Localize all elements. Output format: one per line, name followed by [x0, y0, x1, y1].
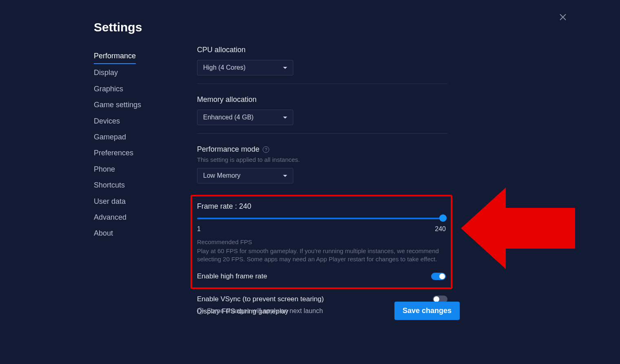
- close-button[interactable]: [558, 12, 568, 22]
- sidebar-item-phone[interactable]: Phone: [94, 161, 167, 177]
- enable-high-frame-rate-label: Enable high frame rate: [197, 272, 267, 280]
- recommended-fps-title: Recommended FPS: [197, 238, 446, 245]
- sidebar-item-gamepad[interactable]: Gamepad: [94, 129, 167, 145]
- sidebar-item-performance[interactable]: Performance: [94, 48, 136, 64]
- help-icon[interactable]: ?: [263, 146, 269, 153]
- frame-rate-label: Frame rate : 240: [197, 202, 446, 211]
- sidebar-item-devices[interactable]: Devices: [94, 113, 167, 129]
- sidebar-item-about[interactable]: About: [94, 225, 167, 241]
- memory-allocation-section: Memory allocation Enhanced (4 GB): [197, 95, 447, 134]
- footer: i Some changes will apply on next launch…: [197, 302, 460, 320]
- cpu-allocation-section: CPU allocation High (4 Cores): [197, 46, 447, 84]
- sidebar-item-user-data[interactable]: User data: [94, 194, 167, 210]
- sidebar-item-shortcuts[interactable]: Shortcuts: [94, 177, 167, 193]
- sidebar-item-display[interactable]: Display: [94, 65, 167, 81]
- memory-allocation-label: Memory allocation: [197, 95, 447, 104]
- performance-mode-section: Performance mode ? This setting is appli…: [197, 145, 447, 183]
- save-changes-button[interactable]: Save changes: [394, 302, 460, 320]
- frame-rate-highlight: Frame rate : 240 1 240 Recommended FPS P…: [190, 195, 452, 289]
- chevron-down-icon: [283, 117, 287, 119]
- footer-note: i Some changes will apply on next launch: [197, 307, 323, 315]
- slider-min: 1: [197, 225, 201, 233]
- settings-sidebar: Performance Display Graphics Game settin…: [94, 48, 167, 242]
- chevron-down-icon: [283, 175, 287, 177]
- annotation-arrow-icon: [461, 188, 575, 271]
- slider-range-labels: 1 240: [197, 225, 446, 233]
- frame-rate-slider[interactable]: [197, 215, 446, 222]
- svg-marker-0: [461, 188, 575, 269]
- chevron-down-icon: [283, 67, 287, 69]
- frame-rate-prefix: Frame rate :: [197, 202, 239, 210]
- performance-mode-sub: This setting is applied to all instances…: [197, 156, 447, 163]
- settings-main: CPU allocation High (4 Cores) Memory all…: [197, 46, 447, 318]
- frame-rate-value: 240: [239, 202, 251, 210]
- cpu-allocation-label: CPU allocation: [197, 46, 447, 54]
- sidebar-item-game-settings[interactable]: Game settings: [94, 97, 167, 113]
- enable-high-frame-rate-toggle[interactable]: [431, 273, 446, 280]
- divider: [197, 84, 447, 84]
- slider-max: 240: [435, 225, 446, 233]
- performance-mode-label: Performance mode ?: [197, 145, 447, 154]
- cpu-allocation-value: High (4 Cores): [203, 64, 246, 71]
- sidebar-item-advanced[interactable]: Advanced: [94, 210, 167, 225]
- performance-mode-value: Low Memory: [203, 172, 241, 179]
- enable-high-frame-rate-row: Enable high frame rate: [197, 270, 446, 282]
- page-title: Settings: [94, 20, 142, 34]
- footer-note-text: Some changes will apply on next launch: [207, 307, 323, 315]
- divider: [197, 133, 447, 134]
- sidebar-item-graphics[interactable]: Graphics: [94, 81, 167, 97]
- slider-track: [197, 218, 446, 219]
- recommended-fps-text: Play at 60 FPS for smooth gameplay. If y…: [197, 247, 446, 264]
- cpu-allocation-select[interactable]: High (4 Cores): [197, 60, 293, 75]
- performance-mode-select[interactable]: Low Memory: [197, 168, 293, 183]
- memory-allocation-value: Enhanced (4 GB): [203, 114, 254, 121]
- performance-mode-label-text: Performance mode: [197, 145, 259, 154]
- sidebar-item-preferences[interactable]: Preferences: [94, 145, 167, 161]
- slider-thumb[interactable]: [439, 214, 447, 222]
- memory-allocation-select[interactable]: Enhanced (4 GB): [197, 110, 293, 125]
- info-icon: i: [197, 308, 204, 314]
